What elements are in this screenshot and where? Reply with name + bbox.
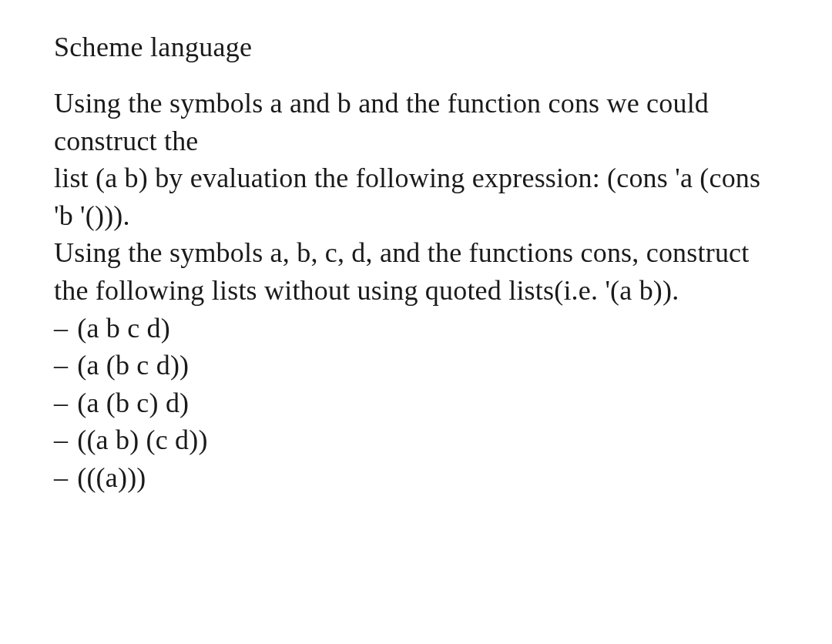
bullet-icon: –: [54, 421, 68, 459]
page-title: Scheme language: [54, 31, 786, 63]
list-item: – (((a))): [54, 459, 786, 497]
intro-line-1: Using the symbols a and b and the functi…: [54, 85, 786, 159]
intro-line-2: list (a b) by evaluation the following e…: [54, 159, 786, 234]
list-item-text: (((a))): [77, 459, 146, 497]
bullet-icon: –: [54, 310, 68, 347]
bullet-icon: –: [54, 347, 68, 384]
list-item-text: (a (b c d)): [77, 347, 189, 384]
exercise-list: – (a b c d) – (a (b c d)) – (a (b c) d) …: [54, 310, 786, 497]
list-item: – (a (b c d)): [54, 347, 786, 384]
intro-paragraph: Using the symbols a and b and the functi…: [54, 85, 786, 310]
list-item: – (a b c d): [54, 310, 786, 347]
list-item: – ((a b) (c d)): [54, 421, 786, 459]
intro-line-3: Using the symbols a, b, c, d, and the fu…: [54, 234, 786, 309]
bullet-icon: –: [54, 384, 68, 422]
list-item-text: ((a b) (c d)): [77, 421, 208, 459]
list-item-text: (a b c d): [77, 310, 170, 347]
list-item-text: (a (b c) d): [77, 384, 189, 422]
bullet-icon: –: [54, 459, 68, 497]
list-item: – (a (b c) d): [54, 384, 786, 422]
